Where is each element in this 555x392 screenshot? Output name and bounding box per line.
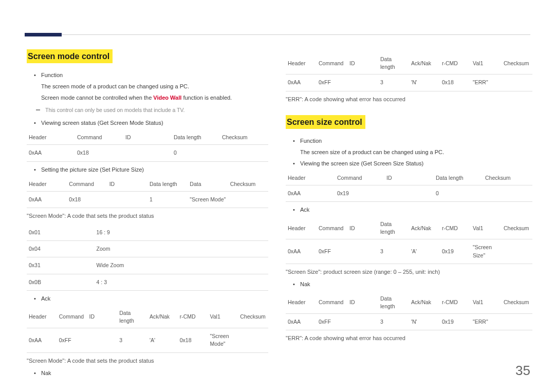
th: Command: [75, 130, 123, 145]
err-note-2: "ERR": A code showing what error has occ…: [286, 334, 532, 343]
td: 3: [378, 74, 409, 91]
nak-label: Nak: [27, 369, 268, 378]
td: 0x18: [75, 145, 123, 161]
td: 0xAA: [286, 239, 317, 264]
td: 0x0B: [27, 274, 95, 290]
td: [483, 185, 532, 201]
td: 0xAA: [27, 191, 67, 208]
td: 3: [378, 239, 409, 264]
size-ack-label: Ack: [286, 206, 532, 214]
td: 0xFF: [317, 314, 347, 330]
th: Command: [57, 306, 87, 328]
td: 0x18: [178, 328, 208, 352]
table-set-size: Header Command ID Data length Data Check…: [27, 177, 268, 208]
table-nak: Header Command ID Data length Ack/Nak r-…: [286, 52, 532, 91]
table-row: 0xAA 0xFF 3 'A' 0x18 "Screen Mode": [27, 328, 268, 352]
td: [228, 191, 268, 208]
right-column: Header Command ID Data length Ack/Nak r-…: [286, 49, 532, 347]
td: 0xAA: [286, 314, 317, 330]
table-row: 0xAA 0xFF 3 'A' 0x19 "Screen Size": [286, 239, 532, 264]
th: Data length: [172, 130, 220, 145]
th: Ack/Nak: [409, 52, 440, 74]
table-row: Header Command ID Data length Checksum: [286, 171, 532, 185]
th: Checksum: [228, 177, 268, 192]
td: 0xFF: [57, 328, 87, 352]
th: Data length: [378, 52, 409, 74]
td: 3: [378, 314, 409, 330]
th: Data: [188, 177, 228, 192]
function-text-1: The screen mode of a product can be chan…: [27, 83, 268, 91]
ack-label: Ack: [27, 295, 268, 303]
th: ID: [87, 306, 118, 328]
table-row: Header Command ID Data length Ack/Nak r-…: [27, 306, 268, 328]
left-column: Screen mode control Function The screen …: [27, 49, 268, 380]
td: 0xAA: [27, 145, 75, 161]
td: 0xFF: [317, 74, 347, 91]
th: Ack/Nak: [409, 292, 440, 314]
td: [347, 239, 378, 264]
th: Checksum: [238, 306, 268, 328]
table-size-ack: Header Command ID Data length Ack/Nak r-…: [286, 217, 532, 264]
td: "ERR": [471, 314, 502, 330]
th: ID: [347, 217, 378, 239]
th: Header: [286, 217, 317, 239]
th: Val1: [208, 306, 238, 328]
view-status-label: Viewing screen status (Get Screen Mode S…: [27, 119, 268, 127]
td: 0: [434, 185, 483, 201]
size-view-label: Viewing the screen size (Get Screen Size…: [286, 160, 532, 168]
table-row: 0x04Zoom: [27, 241, 268, 257]
td: "ERR": [471, 74, 502, 91]
header-accent: [25, 33, 62, 36]
table-row: 0xAA 0x18 0: [27, 145, 268, 161]
th: r-CMD: [178, 306, 208, 328]
td: 'N': [409, 314, 440, 330]
table-ack: Header Command ID Data length Ack/Nak r-…: [27, 306, 268, 353]
td: 'N': [409, 74, 440, 91]
table-row: 0x31Wide Zoom: [27, 257, 268, 274]
th: ID: [107, 177, 147, 192]
th: Command: [317, 292, 347, 314]
function-text-2: Screen mode cannot be controlled when th…: [27, 94, 268, 102]
page-number: 35: [515, 363, 530, 379]
th: Header: [286, 171, 335, 185]
td: 0: [172, 145, 220, 161]
table-view-status: Header Command ID Data length Checksum 0…: [27, 130, 268, 161]
table-row: 0xAA 0xFF 3 'N' 0x19 "ERR": [286, 314, 532, 330]
td: 0xAA: [286, 185, 335, 201]
tv-note: This control can only be used on models …: [27, 106, 268, 114]
screen-mode-code-note-2: "Screen Mode": A code that sets the prod…: [27, 357, 268, 365]
td: 0x19: [335, 185, 384, 201]
td: Zoom: [95, 241, 268, 257]
td: [502, 74, 532, 91]
th: Command: [317, 52, 347, 74]
th: ID: [347, 52, 378, 74]
th: Checksum: [502, 292, 532, 314]
td: 0xAA: [286, 74, 317, 91]
function-text-2-pre: Screen mode cannot be controlled when th…: [41, 95, 153, 101]
td: 0x18: [67, 191, 107, 208]
td: [502, 239, 532, 264]
td: 3: [117, 328, 147, 352]
set-size-label: Setting the picture size (Set Picture Si…: [27, 166, 268, 174]
th: Checksum: [502, 217, 532, 239]
table-row: Header Command ID Data length Data Check…: [27, 177, 268, 192]
th: Data length: [378, 292, 409, 314]
th: r-CMD: [440, 292, 471, 314]
table-row: Header Command ID Data length Checksum: [27, 130, 268, 145]
td: 0x19: [440, 239, 471, 264]
table-row: Header Command ID Data length Ack/Nak r-…: [286, 217, 532, 239]
td: [123, 145, 172, 161]
table-row: 0xAA 0x18 1 "Screen Mode": [27, 191, 268, 208]
th: Data length: [378, 217, 409, 239]
table-codes: 0x0116 : 9 0x04Zoom 0x31Wide Zoom 0x0B4 …: [27, 225, 268, 291]
function-text-2-post: function is enabled.: [181, 95, 232, 101]
err-note: "ERR": A code showing what error has occ…: [286, 96, 532, 104]
td: "Screen Mode": [208, 328, 238, 352]
th: r-CMD: [440, 217, 471, 239]
th: Data length: [434, 171, 483, 185]
td: 0x19: [440, 314, 471, 330]
page: Screen mode control Function The screen …: [0, 0, 555, 392]
table-row: 0xAA 0xFF 3 'N' 0x18 "ERR": [286, 74, 532, 91]
td: 0xAA: [27, 328, 57, 352]
th: Header: [286, 292, 317, 314]
